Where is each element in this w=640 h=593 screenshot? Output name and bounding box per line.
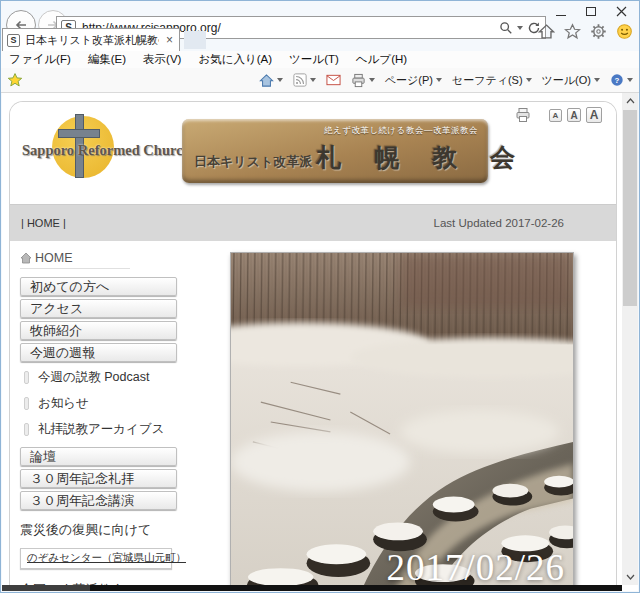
menu-view[interactable]: 表示(V) (143, 52, 181, 67)
command-bar: ページ(P) セーフティ(S) ツール(O) ? (1, 68, 639, 93)
sidebar-item-podcast[interactable]: 今週の説教 Podcast (24, 369, 195, 386)
home-page-icon (259, 73, 274, 88)
logo-text: Sapporo Reformed Church (22, 142, 180, 159)
menu-bar: ファイル(F) 編集(E) 表示(V) お気に入り(A) ツール(T) ヘルプ(… (1, 51, 639, 68)
bullet-bar-icon (24, 371, 29, 384)
photo-date-overlay: 2017/02/26 (386, 546, 565, 589)
command-bar-right: ページ(P) セーフティ(S) ツール(O) ? (259, 73, 633, 88)
page-footer-bar (2, 585, 622, 591)
web-page: A A A Sapporo Reformed Church 絶えず改革し続ける教… (9, 101, 617, 591)
sidebar-item-access[interactable]: アクセス (20, 299, 177, 318)
cross-icon-bar (58, 129, 100, 138)
menu-tools[interactable]: ツール(T) (289, 52, 339, 67)
menu-edit[interactable]: 編集(E) (88, 52, 126, 67)
chevron-down-icon (626, 574, 635, 580)
font-size-medium-button[interactable]: A (567, 108, 581, 122)
safety-menu-caret (526, 78, 532, 82)
maximize-button[interactable] (576, 1, 606, 21)
sidebar-sub-links: 今週の説教 Podcast お知らせ 礼拝説教アーカイブス (24, 369, 195, 438)
title-bar: S http://www.rcjsapporo.org/ (1, 1, 639, 51)
tools-menu-label: ツール(O) (542, 73, 591, 88)
settings-gear-icon[interactable] (590, 23, 607, 40)
sub-link-label: 礼拝説教アーカイブス (38, 421, 164, 438)
help-menu-button[interactable]: ? (610, 73, 633, 87)
tools-menu-button[interactable]: ツール(O) (542, 73, 600, 88)
home-icon[interactable] (538, 23, 555, 40)
sidebar-item-30th-lecture[interactable]: ３０周年記念講演 (20, 491, 177, 510)
feed-icon (293, 73, 307, 87)
sign-denomination: 日本キリスト改革派 (194, 153, 312, 171)
tab-close-icon[interactable]: × (164, 33, 175, 47)
winter-creek-illustration (231, 253, 573, 591)
help-icon: ? (610, 73, 624, 87)
font-size-small-button[interactable]: A (549, 109, 562, 122)
breadcrumb[interactable]: | HOME | (21, 217, 66, 229)
sign-tagline: 絶えず改革し続ける教会―改革派教会 (324, 125, 478, 137)
mail-icon (326, 74, 341, 86)
sign-main-text: 日本キリスト改革派 札 幌 教 会 (194, 141, 528, 174)
sidebar: HOME 初めての方へ アクセス 牧師紹介 今週の週報 今週の説教 Podcas… (20, 249, 195, 591)
address-bar-tools (499, 21, 543, 35)
tab-title: 日本キリスト改革派札幌教会 (25, 33, 159, 48)
print-button[interactable] (351, 73, 375, 88)
browser-tab[interactable]: S 日本キリスト改革派札幌教会 × (2, 28, 180, 51)
menu-help[interactable]: ヘルプ(H) (356, 52, 407, 67)
last-updated-text: Last Updated 2017-02-26 (434, 217, 564, 229)
page-menu-caret (436, 78, 442, 82)
close-icon (616, 6, 627, 17)
sidebar-item-forum[interactable]: 論壇 (20, 447, 177, 466)
add-favorite-star-icon[interactable] (7, 72, 23, 88)
menu-file[interactable]: ファイル(F) (9, 52, 71, 67)
scroll-up-button[interactable] (622, 93, 638, 109)
browser-window: S http://www.rcjsapporo.org/ (0, 0, 640, 593)
quick-icon-group (538, 23, 633, 40)
favorites-star-icon[interactable] (564, 23, 581, 40)
sidebar-item-weekly-bulletin[interactable]: 今週の週報 (20, 343, 177, 362)
new-tab-button[interactable] (184, 31, 206, 49)
sub-link-label: お知らせ (38, 395, 89, 412)
scrollbar-thumb[interactable] (623, 110, 637, 306)
svg-text:?: ? (615, 76, 620, 85)
menu-favorites[interactable]: お気に入り(A) (198, 52, 272, 67)
site-header: A A A Sapporo Reformed Church 絶えず改革し続ける教… (10, 102, 616, 205)
bullet-bar-icon (24, 423, 29, 436)
page-print-icon[interactable] (515, 107, 531, 123)
sub-link-label: 今週の説教 Podcast (38, 369, 149, 386)
home-page-caret (277, 78, 283, 82)
sidebar-item-home[interactable]: HOME (20, 249, 130, 269)
sidebar-item-sermon-archives[interactable]: 礼拝説教アーカイブス (24, 421, 195, 438)
feedback-smiley-icon[interactable] (616, 23, 633, 40)
site-logo[interactable]: Sapporo Reformed Church (22, 114, 180, 188)
safety-menu-button[interactable]: セーフティ(S) (452, 73, 532, 88)
search-icon[interactable] (499, 21, 513, 35)
sidebar-item-first-visit[interactable]: 初めての方へ (20, 277, 177, 296)
scroll-down-button[interactable] (622, 569, 638, 585)
page-menu-button[interactable]: ページ(P) (385, 73, 442, 88)
feed-caret (310, 78, 316, 82)
minimize-button[interactable] (546, 1, 576, 21)
safety-menu-label: セーフティ(S) (452, 73, 523, 88)
page-menu-label: ページ(P) (385, 73, 433, 88)
tools-menu-caret (594, 78, 600, 82)
sidebar-item-30th-worship[interactable]: ３０周年記念礼拝 (20, 469, 177, 488)
vertical-scrollbar[interactable] (622, 93, 638, 585)
font-size-large-button[interactable]: A (586, 107, 602, 123)
main-content: HOME 初めての方へ アクセス 牧師紹介 今週の週報 今週の説教 Podcas… (10, 241, 616, 591)
sidebar-item-pastor[interactable]: 牧師紹介 (20, 321, 177, 340)
feed-button[interactable] (293, 73, 316, 87)
sidebar-item-news[interactable]: お知らせ (24, 395, 195, 412)
close-button[interactable] (606, 1, 636, 21)
help-caret (627, 78, 633, 82)
chevron-up-icon (626, 98, 635, 104)
tab-favicon: S (7, 34, 20, 47)
print-caret (369, 78, 375, 82)
page-header-tools: A A A (515, 107, 602, 123)
page-viewport: A A A Sapporo Reformed Church 絶えず改革し続ける教… (2, 93, 638, 591)
sidebar-section-heading: 震災後の復興に向けて (20, 521, 195, 539)
search-dropdown-caret[interactable] (517, 26, 523, 30)
church-sign-banner: 絶えず改革し続ける教会―改革派教会 日本キリスト改革派 札 幌 教 会 (182, 119, 488, 183)
read-mail-button[interactable] (326, 74, 341, 86)
sidebar-item-nozomi-center[interactable]: のぞみセンター（宮城県山元町） (20, 548, 172, 569)
home-page-button[interactable] (259, 73, 283, 88)
sidebar-home-label: HOME (35, 251, 73, 265)
